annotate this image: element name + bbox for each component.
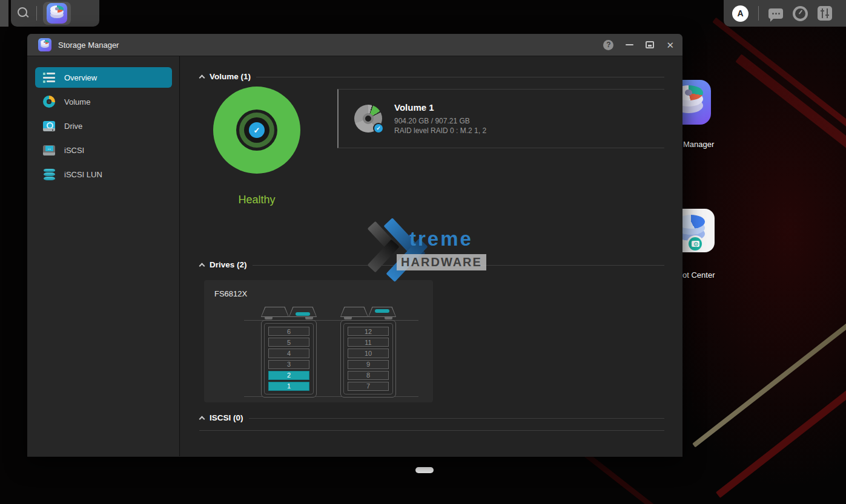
system-monitor-icon[interactable] [793,6,808,21]
health-check-icon: ✓ [249,122,265,138]
sidebar-item-overview[interactable]: Overview [35,67,172,88]
volume-raid-level: RAID level RAID 0 : M.2 1, 2 [394,126,486,136]
collapse-caret-icon[interactable] [199,263,204,267]
minimize-button[interactable] [626,44,633,45]
sidebar-item-iscsi-lun[interactable]: iSCSI LUN [35,164,172,185]
tower-lid [261,307,317,317]
user-avatar[interactable]: A [732,5,749,22]
iscsi-lun-icon [42,168,56,180]
taskbar-app-storage-manager[interactable] [43,2,71,25]
drive-slot-10[interactable]: 10 [348,349,389,358]
storage-manager-window: Storage Manager ? ✕ Overview Volum [27,34,682,457]
drive-icon [42,120,56,132]
maximize-button[interactable] [646,41,654,48]
window-titlebar[interactable]: Storage Manager ? ✕ [27,34,682,56]
storage-manager-app-icon [47,3,67,24]
watermark: treme HARDWARE [362,226,486,278]
drive-slot-5[interactable]: 5 [268,338,309,347]
window-title: Storage Manager [58,41,119,50]
section-title: Drives (2) [210,260,247,269]
overview-content: Volume (1) ✓ Healthy ✓ [180,56,682,456]
desktop-icon-label[interactable]: ot Center [682,270,715,280]
volume-check-badge-icon: ✓ [373,123,384,134]
sidebar-item-label: iSCSI [64,146,84,155]
tower-lid [340,307,396,317]
collapse-caret-icon[interactable] [199,416,204,421]
section-rule [253,265,664,266]
section-rule [199,430,664,431]
enclosure-model: FS6812X [214,289,247,298]
section-rule [256,77,664,77]
drive-slot-2[interactable]: 2 [268,371,309,380]
preferences-icon[interactable] [818,6,832,21]
volume-card[interactable]: ✓ Volume 1 904.20 GB / 907.21 GB RAID le… [337,89,664,148]
section-title: Volume (1) [210,72,251,81]
help-button[interactable]: ? [603,40,613,50]
volume-capacity: 904.20 GB / 907.21 GB [394,116,486,126]
sidebar-item-label: iSCSI LUN [64,170,102,179]
sidebar-item-iscsi[interactable]: ↔ iSCSI [35,140,172,160]
health-status-label: Healthy [213,194,300,206]
drive-slot-7[interactable]: 7 [348,382,389,391]
sidebar: Overview Volume Drive ↔ iSCSI [27,56,180,456]
collapse-caret-icon[interactable] [199,74,204,79]
taskbar-divider [36,6,37,21]
drive-slot-4[interactable]: 4 [268,349,309,358]
storage-manager-app-icon [38,38,51,51]
taskbar-right-cluster: A [724,0,846,27]
section-rule [249,418,664,419]
watermark-text: treme [409,227,473,250]
desktop-icon-label[interactable]: Manager [683,140,714,149]
overview-icon [42,71,56,83]
drive-slot-8[interactable]: 8 [348,371,389,380]
drive-tower-1: 654321 [261,307,317,398]
tower-body: 121110987 [340,320,396,398]
taskbar-reveal-pill[interactable] [415,467,434,473]
drive-slot-9[interactable]: 9 [348,360,389,369]
iscsi-icon: ↔ [42,144,56,156]
close-button[interactable]: ✕ [666,41,674,50]
section-header-volume[interactable]: Volume (1) [199,72,664,81]
desktop: Manager ot Center A Storage Manager ? [0,0,846,504]
tower-body: 654321 [261,320,317,398]
notifications-icon[interactable] [768,8,783,19]
volume-disc-icon: ✓ [354,105,382,133]
search-icon[interactable] [16,6,30,21]
drive-slot-12[interactable]: 12 [348,327,389,336]
taskbar-left-cluster [11,0,99,27]
volume-health-donut: ✓ [213,87,300,174]
drive-slot-11[interactable]: 11 [348,338,389,347]
sidebar-item-label: Drive [64,122,82,131]
taskbar-edge-button[interactable] [0,0,8,27]
sidebar-item-volume[interactable]: Volume [35,91,172,112]
section-header-drives[interactable]: Drives (2) [199,260,664,269]
drive-slot-3[interactable]: 3 [268,360,309,369]
m2-slot-indicator [296,312,310,316]
section-header-iscsi[interactable]: ISCSI (0) [199,413,664,422]
m2-slot-indicator [375,309,389,313]
enclosure-card: FS6812X 654321 [204,280,433,402]
camera-badge-icon [687,235,704,252]
volume-name: Volume 1 [394,102,486,113]
drive-tower-2: 121110987 [340,307,396,398]
taskbar-divider [758,6,759,21]
sidebar-item-label: Volume [64,97,90,106]
sidebar-item-label: Overview [64,73,97,82]
drive-slot-1[interactable]: 1 [268,382,309,391]
section-title: ISCSI (0) [210,413,243,422]
sidebar-item-drive[interactable]: Drive [35,116,172,136]
volume-icon [42,96,56,108]
drive-slot-6[interactable]: 6 [268,327,309,336]
